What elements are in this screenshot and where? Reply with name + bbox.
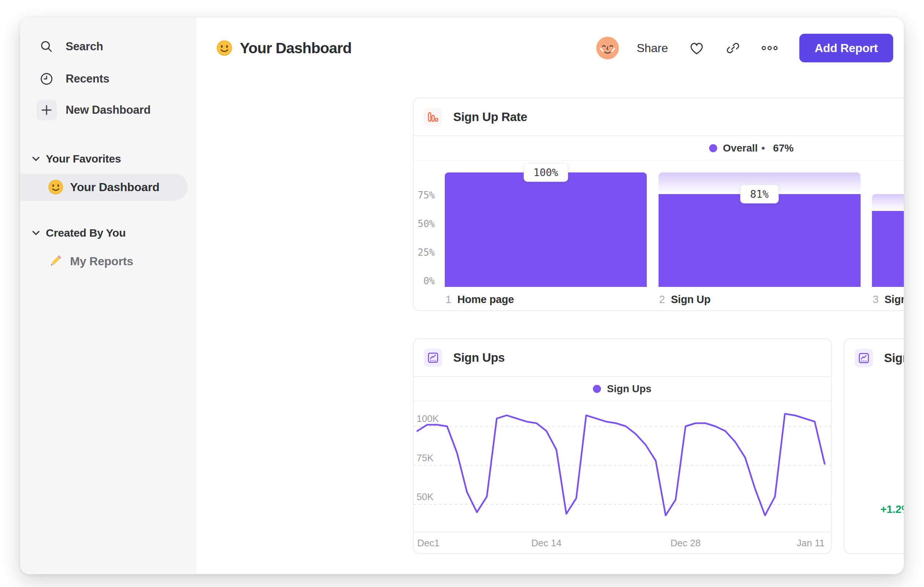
legend-value: 67% (773, 142, 794, 154)
section-header-label: Your Favorites (46, 153, 121, 165)
line-y-tick: 50K (417, 491, 433, 503)
kpi-value: 100K (845, 412, 904, 467)
smiley-emoji-icon (216, 40, 233, 56)
funnel-bar (445, 172, 647, 287)
funnel-legend: Overall • 67% (414, 136, 904, 161)
clock-icon (36, 69, 57, 89)
line-y-tick: 75K (417, 452, 433, 464)
chevron-down-icon (31, 156, 41, 161)
app-window: Search Recents New Dashboard Your Favori… (20, 18, 904, 574)
legend-separator: • (762, 142, 765, 154)
chevron-down-icon (31, 230, 41, 236)
pencil-emoji-icon (48, 253, 63, 269)
funnel-y-tick: 50% (414, 218, 435, 229)
funnel-step-label: 1Home page (446, 293, 514, 306)
header-actions: Share Add Report (596, 34, 893, 62)
sidebar: Search Recents New Dashboard Your Favori… (20, 18, 196, 574)
sidebar-item-label: Recents (66, 72, 109, 86)
page-title: Your Dashboard (240, 40, 351, 57)
add-report-button[interactable]: Add Report (799, 34, 893, 62)
sign-ups-today-card: Sign Ups Today 100K Unique Users +1.2% c… (844, 338, 904, 554)
user-avatar[interactable] (596, 37, 619, 60)
line-chart-plot: 50K75K100K (414, 401, 831, 532)
more-options-icon[interactable] (761, 45, 778, 52)
funnel-y-tick: 25% (414, 247, 435, 258)
funnel-dropoff-gradient (872, 194, 904, 211)
insights-chart-icon (424, 349, 442, 367)
funnel-bar (872, 194, 904, 287)
funnel-bar-fill (658, 194, 861, 287)
line-legend: Sign Ups (414, 377, 831, 401)
card-header: Sign Ups Today (845, 339, 904, 377)
line-chart-svg (414, 401, 831, 532)
card-title: Sign Ups (453, 351, 505, 365)
line-x-tick: Jan 11 (797, 537, 825, 549)
sign-up-rate-card: Sign Up Rate Overall • 67% 0%25%50%75%10… (413, 98, 904, 311)
line-y-tick: 100K (417, 413, 439, 425)
insights-chart-icon (855, 349, 873, 367)
legend-label: Sign Ups (607, 383, 651, 395)
kpi-unit-label: Unique Users (845, 479, 904, 493)
kpi-delta-badge: +1.2% (880, 503, 904, 515)
kpi-body: 100K Unique Users +1.2% compared to prev… (845, 377, 904, 554)
sidebar-item-my-reports[interactable]: My Reports (20, 251, 196, 272)
funnel-y-tick: 75% (414, 190, 435, 201)
card-header: Sign Up Rate (414, 98, 904, 136)
line-x-tick: Dec1 (417, 537, 440, 549)
share-button[interactable]: Share (637, 41, 668, 55)
funnel-step-label: 2Sign Up (659, 293, 711, 306)
funnel-value-tooltip: 81% (740, 185, 779, 203)
funnel-y-tick: 0% (414, 276, 435, 286)
dashboard-header: Your Dashboard Share Add Report (216, 34, 893, 62)
funnel-step-label: 3Sign Up Confirmation (873, 293, 904, 306)
sidebar-item-label: Search (66, 40, 103, 53)
sidebar-item-new-dashboard[interactable]: New Dashboard (20, 99, 196, 121)
line-x-tick: Dec 14 (531, 537, 561, 549)
line-x-tick: Dec 28 (670, 537, 700, 549)
plus-icon (36, 100, 57, 120)
legend-label: Overall (723, 142, 758, 154)
sidebar-item-recents[interactable]: Recents (20, 68, 196, 89)
sidebar-item-search[interactable]: Search (20, 36, 196, 57)
line-chart-x-axis: Dec1Dec 14Dec 28Jan 11 (414, 532, 831, 553)
funnel-value-tooltip: 100% (524, 163, 568, 182)
smiley-emoji-icon (48, 179, 63, 195)
funnel-chart-icon (424, 108, 442, 126)
section-header-label: Created By You (46, 227, 126, 239)
card-header: Sign Ups (414, 339, 831, 377)
funnel-bar-fill (445, 172, 647, 287)
legend-dot (709, 144, 717, 152)
sidebar-item-your-dashboard[interactable]: Your Dashboard (20, 174, 188, 201)
sidebar-item-label: New Dashboard (66, 103, 151, 117)
kpi-delta-row: +1.2% compared to previous period (845, 503, 904, 516)
search-icon (36, 36, 57, 57)
sidebar-item-label: My Reports (70, 255, 133, 268)
sign-ups-card: Sign Ups Sign Ups 50K75K100K Dec1Dec 14D… (413, 338, 832, 554)
main-content: Your Dashboard Share Add Report (196, 18, 904, 574)
card-title: Sign Ups Today (884, 351, 904, 365)
copy-link-icon[interactable] (725, 40, 741, 56)
funnel-bar-fill (872, 211, 904, 287)
legend-dot (593, 385, 601, 393)
sidebar-section-created-by-you[interactable]: Created By You (20, 224, 196, 242)
card-title: Sign Up Rate (453, 110, 527, 124)
funnel-chart: 0%25%50%75%100%1Home page81%2Sign Up82%3… (414, 161, 904, 310)
sidebar-item-label: Your Dashboard (70, 180, 160, 194)
favorite-heart-icon[interactable] (689, 40, 705, 56)
sidebar-section-your-favorites[interactable]: Your Favorites (20, 150, 196, 168)
